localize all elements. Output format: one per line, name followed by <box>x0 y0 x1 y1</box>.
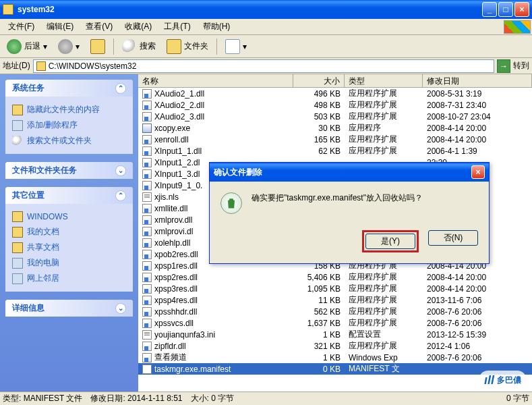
file-type: 应用程序扩展 <box>345 111 423 122</box>
file-name: xolehlp.dll <box>154 238 190 248</box>
menubar: 文件(F) 编辑(E) 查看(V) 收藏(A) 工具(T) 帮助(H) <box>0 19 532 35</box>
col-name[interactable]: 名称 <box>138 74 293 87</box>
table-row[interactable]: 查看频道1 KBWindows Exp2008-7-6 20:06 <box>138 352 532 363</box>
file-name: xpob2res.dll <box>154 250 198 259</box>
file-name: XInput1_2.dl <box>154 158 200 167</box>
back-label: 后退 <box>24 40 40 52</box>
sidebar-link-network[interactable]: 网上邻居 <box>12 271 126 286</box>
file-date: 2012-4 1:06 <box>423 342 532 351</box>
file-size: 165 KB <box>293 135 345 144</box>
watermark-logo-icon: ıll <box>484 373 494 387</box>
maximize-button[interactable]: □ <box>498 2 513 17</box>
sidebar-link-search[interactable]: 搜索文件或文件夹 <box>12 133 126 148</box>
file-name: youjianqunfa3.ini <box>154 330 215 340</box>
table-row[interactable]: xpsp3res.dll1,095 KB应用程序扩展2008-4-14 20:0… <box>138 283 532 294</box>
file-icon <box>142 204 152 213</box>
file-date: 2008-7-6 20:06 <box>423 307 532 317</box>
table-row[interactable]: xpsp2res.dll5,406 KB应用程序扩展2008-4-14 20:0… <box>138 271 532 283</box>
address-input[interactable]: C:\WINDOWS\system32 <box>33 59 494 73</box>
table-row[interactable]: XInput1_1.dll62 KB应用程序扩展2006-4-1 1:39 <box>138 145 532 157</box>
menu-help[interactable]: 帮助(H) <box>198 20 236 34</box>
yes-button[interactable]: 是(Y) <box>365 234 415 249</box>
file-size: 1,095 KB <box>293 284 345 294</box>
col-type[interactable]: 类型 <box>345 74 423 87</box>
dialog-close-button[interactable]: × <box>471 165 485 179</box>
table-row[interactable]: xpsshhdr.dll562 KB应用程序扩展2008-7-6 20:06 <box>138 306 532 317</box>
file-name: XInput1_3.dl <box>154 169 200 179</box>
file-name: xpsp4res.dll <box>154 296 198 305</box>
forward-arrow-icon <box>58 39 73 54</box>
menu-tools[interactable]: 工具(T) <box>158 20 196 34</box>
file-size: 503 KB <box>293 112 345 122</box>
table-row[interactable]: xpssvcs.dll1,637 KB应用程序扩展2008-7-6 20:06 <box>138 317 532 329</box>
panel-system-tasks: 系统任务 ⌃ 隐藏此文件夹的内容 添加/删除程序 搜索文件或文件夹 <box>5 80 133 154</box>
file-size: 1,637 KB <box>293 319 345 328</box>
folders-button[interactable]: 文件夹 <box>162 37 212 56</box>
sidebar-link-shared[interactable]: 共享文档 <box>12 240 126 255</box>
go-button[interactable]: → <box>497 59 510 73</box>
statusbar: 类型: MANIFEST 文件 修改日期: 2014-1-11 8:51 大小:… <box>0 392 532 405</box>
forward-button[interactable]: ▾ <box>54 37 84 56</box>
menu-file[interactable]: 文件(F) <box>3 20 40 34</box>
menu-edit[interactable]: 编辑(E) <box>41 20 79 34</box>
col-size[interactable]: 大小 <box>293 74 345 87</box>
back-button[interactable]: 后退 ▾ <box>3 37 51 56</box>
addressbar: 地址(D) C:\WINDOWS\system32 → 转到 <box>0 58 532 74</box>
folder-icon <box>12 227 23 238</box>
folders-label: 文件夹 <box>184 40 208 52</box>
window-controls: _ □ × <box>482 2 529 17</box>
sidebar-link-addremove[interactable]: 添加/删除程序 <box>12 117 126 133</box>
toolbar-separator <box>113 38 114 55</box>
file-type: 应用程序扩展 <box>345 306 423 317</box>
sidebar-link-mycomputer[interactable]: 我的电脑 <box>12 255 126 271</box>
panel-header[interactable]: 其它位置 ⌃ <box>5 187 133 204</box>
search-button[interactable]: 搜索 <box>118 37 160 56</box>
close-button[interactable]: × <box>514 2 529 17</box>
table-row[interactable]: youjianqunfa3.ini1 KB配置设置2013-12-5 15:39 <box>138 329 532 340</box>
panel-header[interactable]: 详细信息 ⌄ <box>5 300 133 317</box>
panel-header[interactable]: 文件和文件夹任务 ⌄ <box>5 162 133 179</box>
col-date[interactable]: 修改日期 <box>423 74 532 87</box>
confirm-delete-dialog: 确认文件删除 × 确实要把"taskmgr.exe.manifest"放入回收站… <box>209 162 490 264</box>
sidebar-link-mydocs[interactable]: 我的文档 <box>12 224 126 240</box>
status-bytes: 0 字节 <box>506 393 529 404</box>
table-row[interactable]: xpsp4res.dll11 KB应用程序扩展2013-11-6 7:06 <box>138 294 532 306</box>
dialog-buttons: 是(Y) 否(N) <box>210 225 489 263</box>
file-name: xcopy.exe <box>154 124 190 133</box>
panel-header[interactable]: 系统任务 ⌃ <box>5 80 133 97</box>
dialog-title: 确认文件删除 <box>214 167 471 178</box>
file-name: XInput1_1.dll <box>154 146 202 156</box>
sidebar-link-hide[interactable]: 隐藏此文件夹的内容 <box>12 102 126 117</box>
file-icon <box>142 319 152 328</box>
table-row[interactable]: taskmgr.exe.manifest0 KBMANIFEST 文 <box>138 363 532 375</box>
window-title: system32 <box>18 5 482 14</box>
dialog-body: 确实要把"taskmgr.exe.manifest"放入回收站吗？ <box>210 182 489 225</box>
file-type: 配置设置 <box>345 329 423 340</box>
file-icon <box>142 135 152 144</box>
no-button[interactable]: 否(N) <box>428 230 478 246</box>
file-type: MANIFEST 文 <box>345 363 423 375</box>
sidebar-link-windows[interactable]: WINDOWS <box>12 209 126 224</box>
panel-title: 详细信息 <box>12 302 45 314</box>
folder-icon <box>12 242 23 253</box>
table-row[interactable]: XAudio2_2.dll498 KB应用程序扩展2008-7-31 23:40 <box>138 99 532 111</box>
up-button[interactable] <box>86 37 109 56</box>
table-row[interactable]: zipfldr.dll321 KB应用程序扩展2012-4 1:06 <box>138 340 532 352</box>
file-type: 应用程序扩展 <box>345 283 423 294</box>
folder-icon <box>3 4 13 15</box>
search-label: 搜索 <box>140 40 156 52</box>
menu-favorites[interactable]: 收藏(A) <box>119 20 157 34</box>
file-icon <box>142 273 152 282</box>
table-row[interactable]: xcopy.exe30 KB应用程序2008-4-14 20:00 <box>138 122 532 134</box>
views-button[interactable]: ▾ <box>221 37 251 56</box>
minimize-button[interactable]: _ <box>482 2 497 17</box>
dialog-message: 确实要把"taskmgr.exe.manifest"放入回收站吗？ <box>252 192 423 214</box>
file-icon <box>142 192 152 202</box>
file-date: 2008-5-31 3:19 <box>423 89 532 99</box>
search-icon <box>122 39 137 54</box>
menu-view[interactable]: 查看(V) <box>80 20 118 34</box>
table-row[interactable]: XAudio2_3.dll503 KB应用程序扩展2008-10-27 23:0… <box>138 111 532 122</box>
table-row[interactable]: XAudio2_1.dll496 KB应用程序扩展2008-5-31 3:19 <box>138 88 532 99</box>
table-row[interactable]: xenroll.dll165 KB应用程序扩展2008-4-14 20:00 <box>138 134 532 145</box>
file-type: 应用程序扩展 <box>345 271 423 283</box>
